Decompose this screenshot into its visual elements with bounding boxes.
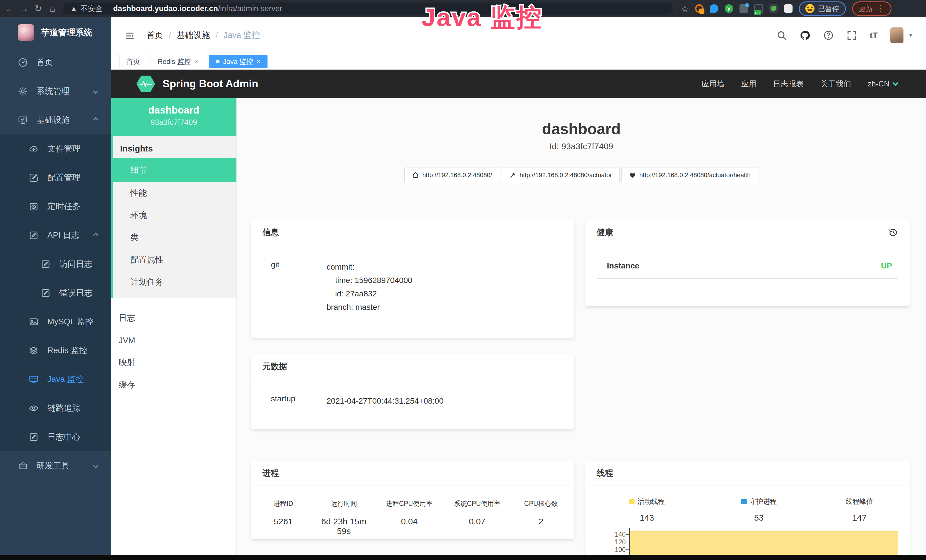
sidebar-item-dev-tools[interactable]: 研发工具: [0, 451, 111, 480]
extension-pin-icon[interactable]: [710, 4, 719, 13]
edit-square-icon: [29, 173, 39, 183]
forward-icon[interactable]: →: [18, 3, 30, 14]
sba-item-caches[interactable]: 缓存: [111, 374, 236, 396]
update-button[interactable]: 更新 ⋮: [852, 2, 891, 16]
legend-label: 活动线程: [637, 497, 665, 506]
sidebar-item-system[interactable]: 系统管理: [0, 77, 111, 106]
security-label[interactable]: 不安全: [80, 4, 103, 14]
extension-onetab-icon[interactable]: on: [754, 4, 763, 13]
reload-icon[interactable]: ↻: [33, 3, 44, 14]
extension-leaf-icon[interactable]: [769, 4, 778, 13]
insights-group: Insights 细节 性能 环境 类 配置属性 计划任务: [111, 136, 236, 298]
tab-java-monitor[interactable]: Java 监控: [209, 55, 268, 68]
sidebar-item-label: Java 监控: [47, 374, 83, 385]
live-threads-value: 143: [585, 513, 708, 523]
dashboard-icon: [18, 58, 28, 68]
nav-about[interactable]: 关于我们: [820, 79, 851, 89]
help-icon[interactable]: [823, 30, 834, 41]
sidebar-item-log-center[interactable]: 日志中心: [0, 422, 111, 451]
sba-item-classes[interactable]: 类: [113, 227, 236, 249]
tag-view-bar: 首页 Redis 监控 Java 监控: [111, 54, 926, 70]
threads-legend: 活动线程 守护进程 线程峰值: [585, 497, 910, 506]
info-value: commit: time: 1596289704000 id: 27aa832 …: [327, 260, 412, 314]
instance-header[interactable]: dashboard 93a3fc7f7409: [111, 98, 236, 136]
sidebar-item-tracing[interactable]: 链路追踪: [0, 394, 111, 422]
sba-item-environment[interactable]: 环境: [113, 204, 236, 227]
back-icon[interactable]: ←: [4, 3, 15, 14]
sba-nav: 应用墙 应用 日志报表 关于我们 zh-CN: [701, 79, 897, 89]
sba-item-logs[interactable]: 日志: [111, 307, 236, 329]
sidebar-item-error-log[interactable]: 错误日志: [0, 278, 111, 307]
collapse-menu-icon[interactable]: [125, 31, 135, 40]
github-icon[interactable]: [800, 30, 811, 41]
close-icon[interactable]: [194, 58, 198, 66]
locale-select[interactable]: zh-CN: [867, 80, 897, 88]
sba-logo: [136, 76, 155, 92]
history-icon[interactable]: [888, 227, 898, 238]
bookmark-star-icon[interactable]: ☆: [681, 4, 689, 14]
sidebar-item-api-log[interactable]: API 日志: [0, 221, 111, 250]
nav-wallboard[interactable]: 应用墙: [701, 79, 724, 89]
log-edit-icon: [41, 259, 51, 269]
sidebar-item-redis[interactable]: Redis 监控: [0, 336, 111, 365]
extension-orange-icon[interactable]: 1: [695, 4, 704, 13]
sba-item-scheduled-tasks[interactable]: 计划任务: [113, 271, 236, 293]
sidebar-item-config[interactable]: 配置管理: [0, 163, 111, 192]
legend-yellow-icon: [629, 499, 634, 504]
sidebar-item-jobs[interactable]: 定时任务: [0, 192, 111, 221]
metadata-card: 元数据 startup 2021-04-27T00:44:31.254+08:0…: [251, 354, 574, 429]
sba-item-details[interactable]: 细节: [111, 158, 236, 182]
sidebar-item-files[interactable]: 文件管理: [0, 135, 111, 163]
health-url-link[interactable]: http://192.168.0.2:48080/actuator/health: [622, 167, 758, 183]
link-label: http://192.168.0.2:48080/actuator: [520, 171, 612, 179]
layers-icon: [29, 345, 39, 356]
home-icon: [412, 172, 419, 179]
nav-applications[interactable]: 应用: [741, 79, 756, 89]
extension-grid-icon[interactable]: [740, 4, 748, 13]
close-icon[interactable]: [256, 58, 260, 66]
divider: [597, 278, 898, 279]
sba-root-items: 日志 JVM 映射 缓存: [111, 298, 236, 396]
process-headers: 进程ID 运行时间 进程CPU使用率 系统CPU使用率 CPU核心数: [251, 499, 574, 508]
instance-links: http://192.168.0.2:48080/ http://192.168…: [237, 167, 926, 183]
sba-item-metrics[interactable]: 性能: [113, 182, 236, 204]
health-instance-label: Instance: [607, 261, 639, 271]
breadcrumb-home[interactable]: 首页: [147, 30, 163, 41]
app-logo-row[interactable]: 芋道管理系统: [0, 17, 111, 48]
browser-actions: ☆ 1 y on 已暂停 更新 ⋮: [681, 2, 891, 16]
sidebar-item-infra[interactable]: 基础设施: [0, 106, 111, 135]
sba-brand[interactable]: Spring Boot Admin: [163, 78, 259, 90]
divider: [263, 322, 562, 322]
sidebar-item-java-monitor[interactable]: Java 监控: [0, 365, 111, 394]
sidebar-item-label: 错误日志: [59, 287, 92, 299]
sba-item-config-props[interactable]: 配置属性: [113, 249, 236, 271]
sba-item-mappings[interactable]: 映射: [111, 351, 236, 374]
chevron-down-icon: [93, 88, 98, 94]
extensions-puzzle-icon[interactable]: [784, 4, 793, 13]
fullscreen-icon[interactable]: [846, 30, 857, 41]
tab-home[interactable]: 首页: [119, 55, 147, 68]
avatar[interactable]: [890, 27, 903, 43]
tab-label: Java 监控: [223, 57, 253, 66]
address-bar[interactable]: ▲ 不安全 dashboard.yudao.iocoder.cn /infra/…: [63, 3, 673, 15]
sidebar-item-label: 日志中心: [47, 431, 80, 443]
sidebar-item-home[interactable]: 首页: [0, 48, 111, 77]
card-title: 进程: [251, 461, 574, 486]
home-icon[interactable]: ⌂: [47, 3, 58, 14]
breadcrumb-infra[interactable]: 基础设施: [177, 30, 210, 41]
sidebar-item-mysql[interactable]: MySQL 监控: [0, 307, 111, 336]
paused-badge[interactable]: 已暂停: [799, 2, 846, 16]
nav-journal[interactable]: 日志报表: [773, 79, 803, 89]
search-icon[interactable]: [776, 30, 787, 41]
url-host: dashboard.yudao.iocoder.cn: [113, 4, 218, 13]
extension-y-icon[interactable]: y: [725, 4, 733, 13]
chevron-down-icon[interactable]: ▾: [909, 32, 912, 39]
sidebar-item-access-log[interactable]: 访问日志: [0, 250, 111, 278]
kebab-menu-icon[interactable]: ⋮: [876, 6, 885, 11]
sba-item-jvm[interactable]: JVM: [111, 329, 236, 351]
sidebar-item-label: API 日志: [47, 230, 80, 241]
font-size-icon[interactable]: tT: [870, 30, 878, 40]
actuator-url-link[interactable]: http://192.168.0.2:48080/actuator: [502, 167, 620, 183]
service-url-link[interactable]: http://192.168.0.2:48080/: [404, 167, 500, 183]
tab-redis-monitor[interactable]: Redis 监控: [151, 55, 205, 68]
